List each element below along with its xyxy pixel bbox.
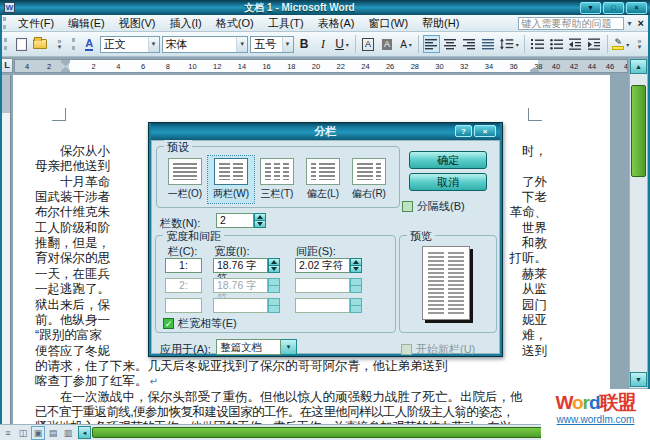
scroll-down-button[interactable]: ▼ (630, 372, 647, 387)
help-question-input[interactable]: 键入需要帮助的问题 (518, 17, 624, 30)
line-between-checkbox[interactable] (402, 201, 413, 212)
preset-option-1[interactable]: 一栏(O) (162, 156, 208, 203)
style-combobox[interactable]: 正文 ▼ (100, 36, 160, 53)
ok-button[interactable]: 确定 (409, 151, 487, 169)
increase-indent-button[interactable] (586, 35, 603, 53)
new-document-button[interactable] (13, 35, 30, 53)
spinner (350, 278, 362, 293)
tab-selector-button[interactable]: L (1, 58, 13, 73)
columns-dialog: 分栏 ? × 预设 一栏(O)两栏(W)三栏(T)偏左(L)偏右(R) 确定 取… (148, 122, 503, 357)
column-width-input[interactable]: 18.76 字符 (213, 258, 268, 273)
view-normal-button[interactable]: ≡ (1, 426, 15, 440)
preset-option-3[interactable]: 三栏(T) (254, 156, 300, 203)
vertical-scroll-thumb[interactable] (631, 85, 646, 177)
chevron-down-icon: ▼ (281, 339, 297, 355)
open-folder-icon (33, 39, 47, 49)
cancel-button[interactable]: 取消 (409, 173, 487, 191)
menu-item-tools[interactable]: 工具(T) (261, 16, 311, 30)
font-combobox[interactable]: 宋体 ▼ (162, 36, 249, 53)
open-button[interactable] (32, 35, 49, 53)
preset-columns-icon (168, 158, 202, 185)
title-bar: W 文档 1 - Microsoft Word ▼ □ × (0, 0, 650, 15)
ruler-number: 40 (552, 62, 560, 71)
view-reading-button[interactable]: ▥ (61, 426, 75, 440)
character-border-button[interactable]: A (359, 35, 376, 53)
word-window: W 文档 1 - Microsoft Word ▼ □ × 文件(F)编辑(E)… (0, 0, 650, 440)
columns-dialog-titlebar[interactable]: 分栏 ? × (151, 123, 500, 140)
decrease-indent-button[interactable] (567, 35, 584, 53)
apply-to-combobox[interactable]: 整篇文档 ▼ (216, 339, 297, 355)
preset-columns-icon (352, 158, 386, 185)
menu-item-format[interactable]: 格式(O) (209, 16, 261, 30)
ruler-number: 36 (509, 62, 517, 71)
spin-up-icon (353, 260, 359, 264)
menu-item-window[interactable]: 窗口(W) (361, 16, 415, 30)
ruler-number: 2 (92, 62, 96, 71)
dialog-close-button[interactable]: × (474, 125, 496, 137)
scroll-left-button[interactable]: ◄ (78, 426, 91, 439)
ruler-number: 42 (570, 62, 578, 71)
styles-icon: A (85, 38, 93, 51)
menu-item-file[interactable]: 文件(F) (11, 16, 61, 30)
preset-option-4[interactable]: 偏左(L) (300, 156, 346, 203)
minimize-button[interactable]: ▼ (580, 2, 601, 14)
wordlm-watermark: Word联盟 www.wordlm.com (541, 389, 650, 440)
align-center-button[interactable] (442, 35, 459, 53)
dialog-help-button[interactable]: ? (455, 125, 472, 137)
menu-item-table[interactable]: 表格(A) (311, 16, 362, 30)
align-left-button[interactable] (423, 35, 440, 53)
preset-label: 三栏(T) (254, 187, 300, 201)
underline-button[interactable]: U▾ (334, 35, 351, 53)
horizontal-ruler: 4224681012141618202224262830323436384042… (14, 59, 628, 73)
bullets-button[interactable] (548, 35, 565, 53)
italic-button[interactable]: I (315, 35, 332, 53)
preset-option-5[interactable]: 偏右(R) (346, 156, 392, 203)
num-columns-input[interactable]: 2 (216, 213, 254, 228)
column-number-box: 1: (165, 258, 202, 273)
help-dropdown-icon[interactable]: ▾ (624, 19, 636, 28)
view-web-layout-button[interactable]: ◫ (16, 426, 30, 440)
menu-item-view[interactable]: 视图(V) (112, 16, 163, 30)
horizontal-scroll-thumb[interactable] (92, 427, 560, 438)
restore-button[interactable]: □ (603, 2, 624, 14)
spin-down-icon (271, 267, 277, 271)
formatting-toolbar: »▾ A 正文 ▼ 宋体 ▼ 五号 ▼ B I U▾ A A A▾ (0, 32, 650, 57)
menu-item-insert[interactable]: 插入(I) (162, 16, 208, 30)
num-columns-spinner[interactable] (254, 213, 266, 228)
character-shading-button[interactable]: A (378, 35, 395, 53)
spinner[interactable] (268, 258, 280, 273)
preset-option-2[interactable]: 两栏(W) (208, 156, 254, 203)
close-button[interactable]: × (626, 2, 647, 14)
character-border-icon: A (362, 38, 374, 51)
align-left-icon (425, 38, 438, 50)
view-print-layout-button[interactable]: ▣ (31, 426, 45, 440)
toolbar-overflow-button[interactable]: »▾ (51, 35, 68, 53)
equal-width-checkbox[interactable]: ✓ (163, 318, 174, 329)
font-size-combobox[interactable]: 五号 ▼ (250, 36, 293, 53)
ruler-number: 6 (141, 62, 145, 71)
column-number-box: 2: (165, 278, 202, 293)
numbering-button[interactable] (529, 35, 546, 53)
chevron-down-icon: ▾ (626, 41, 629, 48)
view-outline-button[interactable]: ▤ (46, 426, 60, 440)
menu-item-help[interactable]: 帮助(H) (415, 16, 466, 30)
column-spacing-input[interactable]: 2.02 字符 (295, 258, 350, 273)
align-right-icon (463, 38, 476, 50)
start-new-column-label: 开始新栏(U) (416, 342, 475, 357)
styles-and-formatting-button[interactable]: A (81, 35, 98, 53)
scroll-up-button[interactable]: ▲ (630, 59, 647, 74)
spinner[interactable] (350, 258, 362, 273)
character-scaling-button[interactable]: A▾ (397, 35, 414, 53)
align-right-button[interactable] (461, 35, 478, 53)
ruler-number: 2 (47, 62, 51, 71)
left-indent-marker[interactable] (61, 71, 70, 73)
distribute-button[interactable] (480, 35, 497, 53)
toolbar-overflow-button[interactable]: »▾ (631, 35, 648, 53)
paragraph-mark-icon: ↵ (150, 376, 158, 387)
document-line: 的请求，住了下来。几天后冬妮亚找到了保尔的哥哥阿尔青，他让弟弟送到 (35, 358, 547, 373)
menu-item-edit[interactable]: 编辑(E) (61, 16, 112, 30)
highlight-button[interactable]: ✎ ▾ (612, 35, 630, 53)
line-spacing-button[interactable]: ▾ (499, 35, 519, 53)
bold-button[interactable]: B (296, 35, 313, 53)
toolbar-grip-icon (4, 38, 9, 50)
